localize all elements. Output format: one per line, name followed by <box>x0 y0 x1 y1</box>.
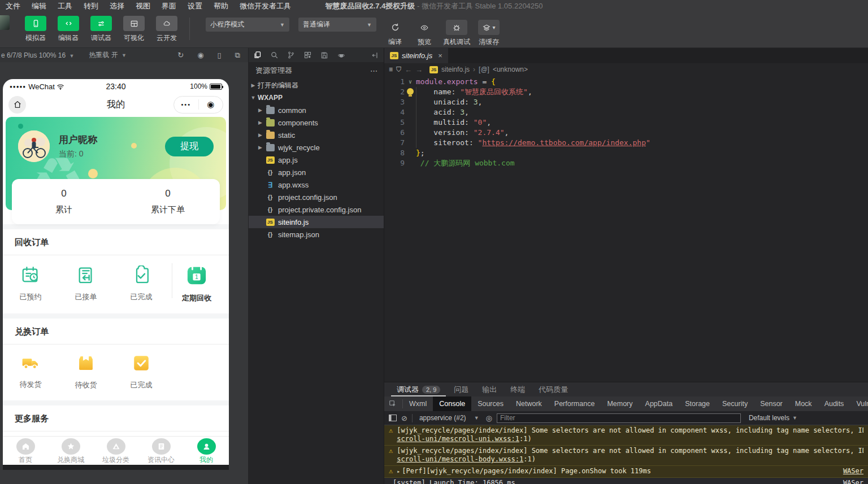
folder-wjyk_recycle[interactable]: ▶wjyk_recycle <box>249 141 384 154</box>
menu-item-设置[interactable]: 设置 <box>182 1 208 11</box>
inspect-icon[interactable] <box>384 399 403 408</box>
devtools-tab-Network[interactable]: Network <box>510 396 548 411</box>
grid-icon[interactable] <box>303 51 312 59</box>
menu-item-工具[interactable]: 工具 <box>52 1 78 11</box>
toolbar-action-真机调试[interactable]: 真机调试 <box>443 20 470 47</box>
lightbulb-icon[interactable] <box>405 87 416 97</box>
stat-item[interactable]: 0累计 <box>12 179 116 224</box>
menu-item-编辑[interactable]: 编辑 <box>26 1 52 11</box>
debugger-tab-输出[interactable]: 输出 <box>476 382 502 396</box>
mode-select[interactable]: 小程序模式 ▼ <box>206 18 289 32</box>
devtools-tab-Audits[interactable]: Audits <box>818 396 850 411</box>
record-icon[interactable]: ◉ <box>197 51 203 60</box>
nav-forward-icon[interactable]: → <box>415 66 423 74</box>
teapot-icon[interactable] <box>337 51 346 59</box>
source-link[interactable]: scroll-uni/mescroll-uni.wxss:1 <box>397 435 519 443</box>
tab-首页[interactable]: 首页 <box>3 437 48 465</box>
withdraw-button[interactable]: 提现 <box>165 137 214 156</box>
breadcrumb-file[interactable]: siteinfo.js <box>441 66 470 73</box>
tab-垃圾分类[interactable]: 垃圾分类 <box>93 437 138 465</box>
folder-static[interactable]: ▶static <box>249 129 384 141</box>
tab-我的[interactable]: 我的 <box>184 437 229 465</box>
git-branch-icon[interactable] <box>287 51 295 59</box>
files-icon[interactable] <box>253 51 262 59</box>
devtools-tab-AppData[interactable]: AppData <box>639 396 679 411</box>
stat-item[interactable]: 0累计下单 <box>116 179 220 224</box>
devtools-tab-Security[interactable]: Security <box>716 396 754 411</box>
service-item-待收货[interactable]: 待收货 <box>58 354 114 390</box>
search-icon[interactable] <box>270 51 279 59</box>
editor-tab-siteinfo[interactable]: JS siteinfo.js × <box>384 48 448 63</box>
debugger-tab-终端[interactable]: 终端 <box>505 382 531 396</box>
menu-item-选择[interactable]: 选择 <box>104 1 130 11</box>
fold-icon[interactable]: ∨ <box>405 77 416 87</box>
bookmark-icon[interactable]: ⛉ <box>396 66 401 73</box>
open-editors-section[interactable]: ▶ 打开的编辑器 <box>249 79 384 91</box>
toolbar-button-模拟器[interactable]: 模拟器 <box>22 16 49 43</box>
devtools-tab-Wxml[interactable]: Wxml <box>403 396 433 411</box>
source-link[interactable]: WASer <box>836 479 863 484</box>
menu-item-界面[interactable]: 界面 <box>156 1 182 11</box>
devtools-tab-Performance[interactable]: Performance <box>548 396 601 411</box>
root-folder[interactable]: ▼ WXAPP <box>249 91 384 104</box>
devtools-tab-Sensor[interactable]: Sensor <box>754 396 789 411</box>
menu-item-转到[interactable]: 转到 <box>78 1 104 11</box>
phone-frame-icon[interactable]: ▯ <box>218 51 222 60</box>
menu-item-视图[interactable]: 视图 <box>130 1 156 11</box>
breadcrumb-symbol[interactable]: <unknown> <box>493 66 528 73</box>
toolbar-button-调试器[interactable]: 调试器 <box>88 16 115 43</box>
debugger-tab-问题[interactable]: 问题 <box>448 382 474 396</box>
menu-icon[interactable]: ≡ <box>389 66 393 73</box>
clear-console-icon[interactable]: ⊘ <box>401 414 407 422</box>
service-item-已完成[interactable]: 已完成 <box>114 354 169 390</box>
close-icon[interactable]: × <box>438 51 442 60</box>
toolbar-button-云开发[interactable]: 云开发 <box>153 16 180 43</box>
sidebar-toggle-icon[interactable] <box>389 415 397 421</box>
avatar[interactable] <box>18 130 50 162</box>
nav-back-icon[interactable]: ← <box>405 66 412 74</box>
eye-toggle-icon[interactable]: ◎ <box>486 414 492 422</box>
file-siteinfo.js[interactable]: ▶JSsiteinfo.js <box>249 216 384 228</box>
close-button[interactable]: ◉ <box>199 99 223 110</box>
service-item-定期回收[interactable]: 1定期回收 <box>169 264 224 303</box>
service-item-已接单[interactable]: 已接单 <box>58 265 114 302</box>
expand-icon[interactable]: ▸ <box>397 467 400 476</box>
file-sitemap.json[interactable]: ▶{}sitemap.json <box>249 228 384 241</box>
toolbar-button-编辑器[interactable]: 编辑器 <box>55 16 82 43</box>
devtools-tab-Mock[interactable]: Mock <box>789 396 818 411</box>
toolbar-action-清缓存[interactable]: ▾清缓存 <box>478 20 500 47</box>
file-app.json[interactable]: ▶{}app.json <box>249 166 384 178</box>
devtools-tab-Console[interactable]: Console <box>433 396 471 411</box>
toolbar-action-预览[interactable]: 预览 <box>414 20 435 47</box>
url-link[interactable]: https://demo.ttbobo.com/app/index.php <box>482 138 646 147</box>
tab-资讯中心[interactable]: 资讯中心 <box>138 437 184 465</box>
debugger-tab-代码质量[interactable]: 代码质量 <box>533 382 574 396</box>
source-link[interactable]: WASer <box>836 467 863 476</box>
folder-components[interactable]: ▶components <box>249 116 384 129</box>
folder-common[interactable]: ▶common <box>249 104 384 116</box>
menu-item-文件[interactable]: 文件 <box>0 1 26 11</box>
collapse-left-icon[interactable] <box>371 51 379 59</box>
save-icon[interactable] <box>320 51 328 59</box>
device-select[interactable]: e 6/7/8 Plus 100% 16 ▼ <box>1 51 74 59</box>
more-actions-icon[interactable]: ⋯ <box>370 67 378 75</box>
devtools-tab-Sources[interactable]: Sources <box>471 396 510 411</box>
devtools-tab-Storage[interactable]: Storage <box>679 396 716 411</box>
context-select[interactable]: appservice (#2) ▼ <box>417 414 481 422</box>
toolbar-action-编译[interactable]: 编译 <box>384 20 406 47</box>
devtools-tab-Memory[interactable]: Memory <box>601 396 639 411</box>
refresh-icon[interactable]: ↻ <box>177 51 184 60</box>
source-link[interactable]: scroll-uni/mescroll-body.wxss:1 <box>397 455 523 463</box>
file-app.js[interactable]: ▶JSapp.js <box>249 154 384 166</box>
menu-item-微信开发者工具[interactable]: 微信开发者工具 <box>234 1 297 11</box>
service-item-已完成[interactable]: 已完成 <box>114 265 169 302</box>
more-button[interactable]: ••• <box>174 101 198 108</box>
devtools-tab-Vulnerab[interactable]: Vulnerab <box>850 396 868 411</box>
hot-reload-toggle[interactable]: 热重载 开 ▼ <box>89 50 127 60</box>
menu-item-帮助[interactable]: 帮助 <box>208 1 234 11</box>
toolbar-button-可视化[interactable]: 可视化 <box>120 16 147 43</box>
compile-select[interactable]: 普通编译 ▼ <box>298 18 376 32</box>
log-levels-select[interactable]: Default levels ▼ <box>749 414 797 422</box>
service-item-待发货[interactable]: 待发货 <box>3 354 58 390</box>
multi-window-icon[interactable]: ⧉ <box>235 51 240 60</box>
